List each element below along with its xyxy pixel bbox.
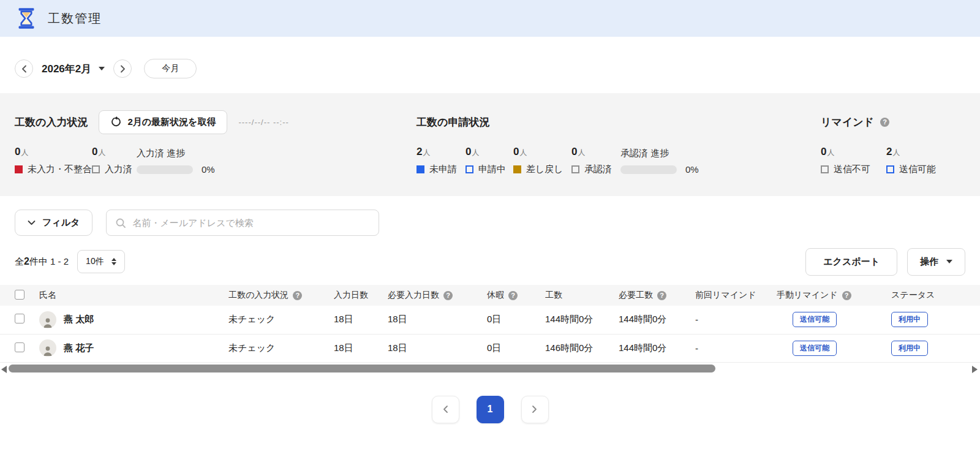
legend-blue-outline-square [886, 165, 894, 173]
table-row[interactable]: 燕 太郎 未チェック 18日 18日 0日 144時間0分 144時間0分 - … [0, 306, 980, 334]
stat-entered: 0人 入力済 [92, 146, 137, 175]
search-icon [115, 217, 126, 229]
remind-title: リマインド [821, 115, 874, 129]
export-button[interactable]: エクスポート [805, 248, 897, 276]
legend-gray-outline-square [821, 165, 829, 173]
col-input-status: 工数の入力状況 [228, 290, 288, 301]
hours-value: 146時間0分 [545, 342, 593, 353]
legend-red-square [15, 165, 23, 173]
legend-gray-outline-square [92, 165, 100, 173]
chevron-right-icon [532, 405, 538, 414]
refresh-button[interactable]: 2月の最新状況を取得 [99, 110, 227, 134]
stat-sent-back: 0人 差し戻し [513, 146, 571, 175]
hourglass-icon [16, 7, 37, 30]
page-title: 工数管理 [48, 10, 102, 27]
col-last-remind: 前回リマインド [695, 290, 756, 300]
col-required-hours: 必要工数 [619, 290, 653, 301]
last-fetched-timestamp: ----/--/-- --:-- [238, 118, 288, 127]
app-header: 工数管理 [0, 0, 980, 37]
page-1-button[interactable]: 1 [477, 396, 504, 423]
legend-gray-outline-square [571, 165, 579, 173]
request-status-title: 工数の申請状況 [417, 115, 489, 129]
row-checkbox[interactable] [15, 314, 24, 323]
today-button[interactable]: 今月 [144, 59, 197, 78]
chevron-right-icon [120, 65, 126, 73]
holiday-value: 0日 [487, 314, 501, 324]
help-icon[interactable]: ? [508, 291, 518, 300]
input-days-value: 18日 [334, 314, 353, 324]
scroll-left-arrow-icon[interactable] [1, 366, 7, 373]
col-hours: 工数 [545, 290, 562, 300]
legend-gold-square [513, 165, 521, 173]
pagination: 1 [0, 396, 980, 423]
help-icon[interactable]: ? [657, 291, 666, 300]
manual-remind-badge[interactable]: 送信可能 [793, 341, 837, 356]
stat-not-entered: 0人 未入力・不整合 [15, 146, 92, 175]
member-name: 燕 太郎 [64, 314, 94, 325]
status-badge[interactable]: 利用中 [891, 341, 928, 356]
holiday-value: 0日 [487, 342, 501, 353]
col-input-days: 入力日数 [334, 290, 368, 300]
input-status-value: 未チェック [228, 314, 275, 324]
stat-requesting: 0人 申請中 [466, 146, 513, 175]
input-progress: 入力済 進捗 0% [137, 146, 215, 175]
row-checkbox[interactable] [15, 342, 24, 352]
legend-blue-square [417, 165, 424, 173]
input-status-value: 未チェック [228, 342, 275, 353]
chevron-left-icon [21, 65, 27, 73]
list-controls: 全2件中 1 - 2 10件 エクスポート 操作 [15, 248, 965, 275]
result-count: 全2件中 1 - 2 [15, 256, 69, 268]
search-input[interactable] [132, 217, 370, 228]
help-icon[interactable]: ? [293, 291, 302, 300]
scrollbar-thumb[interactable] [9, 365, 715, 372]
page-size-select[interactable]: 10件 [77, 250, 125, 273]
spinner-icon [111, 258, 116, 265]
section-input-status: 工数の入力状況 2月の最新状況を取得 ----/--/-- --:-- 0人 未… [15, 93, 417, 196]
refresh-icon [110, 116, 121, 127]
chevron-down-icon [99, 67, 105, 70]
chevron-left-icon [442, 405, 448, 414]
help-icon[interactable]: ? [880, 118, 889, 127]
stat-can-send: 2人 送信可能 [886, 146, 952, 175]
col-holiday: 休暇 [487, 290, 504, 301]
search-box [106, 210, 379, 236]
required-hours-value: 144時間0分 [619, 314, 666, 324]
input-days-value: 18日 [334, 342, 353, 353]
approved-progress: 承認済 進捗 0% [620, 146, 699, 175]
status-panel: 工数の入力状況 2月の最新状況を取得 ----/--/-- --:-- 0人 未… [0, 93, 980, 196]
status-badge[interactable]: 利用中 [891, 312, 928, 327]
date-navigation: 2026年2月 今月 [15, 59, 965, 78]
scroll-right-arrow-icon[interactable] [972, 366, 978, 373]
stat-cannot-send: 0人 送信不可 [821, 146, 886, 175]
stat-not-requested: 2人 未申請 [417, 146, 466, 175]
action-menu-button[interactable]: 操作 [907, 248, 965, 276]
next-page-button[interactable] [521, 396, 549, 423]
table-row[interactable]: 燕 花子 未チェック 18日 18日 0日 146時間0分 144時間0分 - … [0, 334, 980, 362]
avatar [39, 311, 56, 328]
prev-page-button[interactable] [432, 396, 459, 423]
legend-blue-outline-square [466, 165, 473, 173]
next-month-button[interactable] [113, 59, 132, 78]
manual-remind-badge[interactable]: 送信可能 [793, 312, 837, 327]
table-header-row: 氏名 工数の入力状況? 入力日数 必要入力日数? 休暇? 工数 必要工数? 前回… [0, 285, 980, 306]
approved-progress-bar [620, 165, 677, 174]
last-remind-value: - [695, 314, 698, 325]
hours-value: 144時間0分 [545, 314, 593, 324]
chevron-down-icon [28, 220, 36, 225]
month-selector[interactable]: 2026年2月 [42, 62, 105, 76]
filter-button[interactable]: フィルタ [15, 210, 92, 236]
input-status-title: 工数の入力状況 [15, 115, 88, 129]
avatar [39, 339, 56, 357]
member-name: 燕 花子 [64, 342, 94, 354]
section-remind: リマインド ? 0人 送信不可 2人 送信可能 [821, 93, 965, 196]
required-days-value: 18日 [388, 314, 407, 324]
month-label: 2026年2月 [42, 62, 91, 76]
help-icon[interactable]: ? [443, 291, 453, 300]
required-hours-value: 144時間0分 [619, 342, 666, 353]
stat-approved: 0人 承認済 [571, 146, 620, 175]
help-icon[interactable]: ? [842, 291, 851, 300]
prev-month-button[interactable] [15, 59, 33, 78]
member-table: 氏名 工数の入力状況? 入力日数 必要入力日数? 休暇? 工数 必要工数? 前回… [0, 285, 980, 363]
last-remind-value: - [695, 343, 698, 353]
select-all-checkbox[interactable] [15, 290, 24, 300]
